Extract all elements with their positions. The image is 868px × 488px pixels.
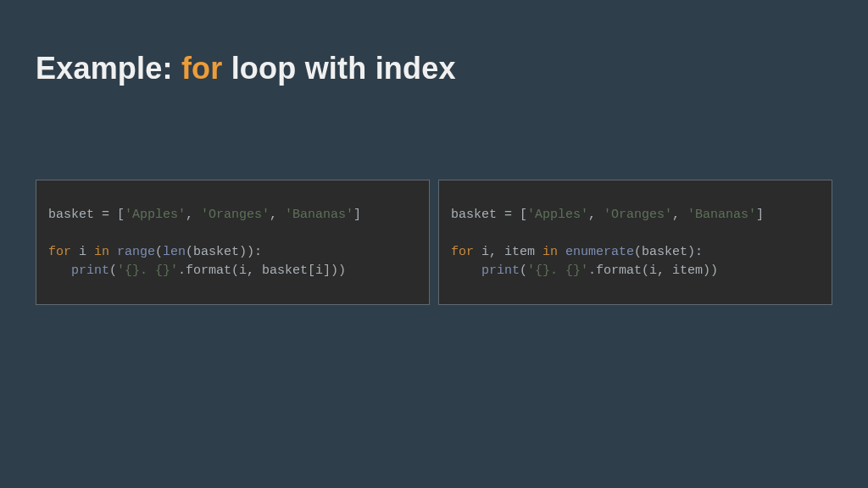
code-token-plain	[109, 245, 117, 259]
code-token-plain: .format(i, basket[i]))	[178, 263, 346, 278]
code-token-builtin: print	[481, 263, 520, 278]
code-token-plain: ,	[186, 208, 201, 222]
title-prefix: Example:	[36, 51, 181, 86]
code-token-plain	[558, 245, 565, 259]
code-token-plain	[451, 263, 481, 278]
code-token-plain: ]	[756, 208, 764, 222]
code-token-keyword: in	[94, 245, 109, 259]
code-panel-right: basket = ['Apples', 'Oranges', 'Bananas'…	[438, 180, 832, 305]
code-token-plain: i	[71, 245, 94, 259]
code-token-builtin: len	[163, 245, 186, 259]
slide-title: Example: for loop with index	[36, 51, 832, 86]
code-token-plain: (basket):	[634, 245, 703, 259]
code-token-keyword: for	[48, 245, 71, 259]
code-token-string: 'Apples'	[527, 208, 588, 222]
code-token-string: '{}. {}'	[117, 263, 178, 278]
code-token-plain: basket = [	[451, 208, 527, 222]
code-token-plain: (	[520, 263, 527, 278]
code-token-string: 'Bananas'	[285, 208, 353, 222]
code-token-plain: .format(i, item))	[588, 263, 718, 278]
code-token-string: 'Oranges'	[201, 208, 270, 222]
code-token-plain	[48, 263, 71, 278]
code-token-string: 'Bananas'	[687, 208, 756, 222]
code-token-string: 'Oranges'	[604, 208, 672, 222]
code-token-plain: ,	[588, 208, 604, 222]
code-token-plain: basket = [	[48, 208, 125, 222]
code-token-string: '{}. {}'	[527, 263, 588, 278]
code-token-plain: i, item	[474, 245, 542, 259]
code-token-plain: (basket)):	[186, 245, 262, 259]
code-panels: basket = ['Apples', 'Oranges', 'Bananas'…	[36, 180, 832, 305]
code-token-plain: ,	[270, 208, 285, 222]
code-token-builtin: range	[117, 245, 155, 259]
title-keyword: for	[181, 51, 223, 86]
code-token-string: 'Apples'	[125, 208, 186, 222]
code-token-keyword: in	[542, 245, 558, 259]
code-token-builtin: enumerate	[565, 245, 634, 259]
slide: Example: for loop with index basket = ['…	[0, 0, 868, 488]
code-token-plain: (	[109, 263, 117, 278]
code-token-plain: ]	[353, 208, 361, 222]
code-token-builtin: print	[71, 263, 109, 278]
code-panel-left: basket = ['Apples', 'Oranges', 'Bananas'…	[36, 180, 430, 305]
title-suffix: loop with index	[222, 51, 455, 86]
code-token-keyword: for	[451, 245, 474, 259]
code-token-plain: ,	[672, 208, 687, 222]
code-token-plain: (	[155, 245, 163, 259]
